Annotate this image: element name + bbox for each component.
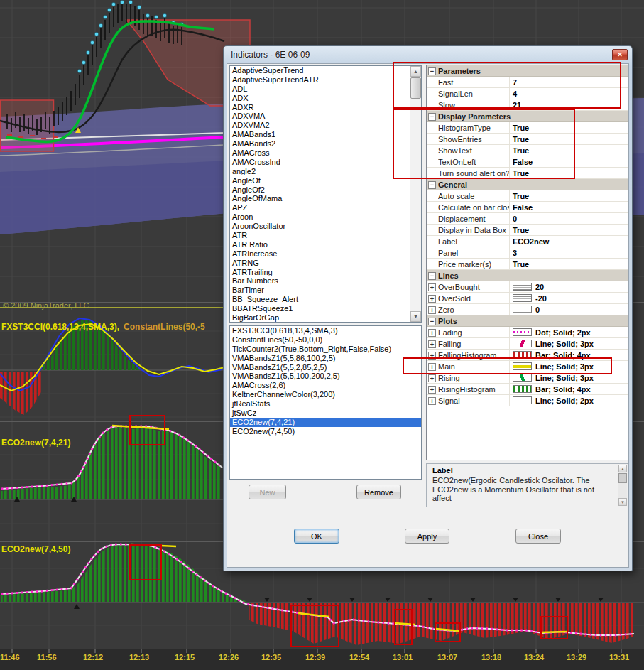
expand-toggle-icon[interactable]	[428, 340, 438, 347]
property-value[interactable]: Line; Solid; 3px	[510, 374, 628, 382]
property-value[interactable]: 0	[510, 306, 628, 314]
property-row[interactable]: Signal Line; Solid; 2px	[427, 395, 628, 406]
indicator-list-item[interactable]: BarTimer	[230, 286, 410, 295]
property-row[interactable]: Calculate on bar close False	[427, 202, 628, 213]
property-value[interactable]: 20	[510, 283, 628, 291]
indicator-list-item[interactable]: APZ	[230, 203, 410, 212]
property-row[interactable]: Panel 3	[427, 247, 628, 259]
property-value[interactable]: 7	[510, 78, 628, 87]
indicator-list-item[interactable]: ATRNG	[230, 259, 410, 268]
expand-toggle-icon[interactable]	[428, 374, 438, 382]
property-row[interactable]: Lines	[427, 270, 628, 281]
property-row[interactable]: Zero 0	[427, 304, 628, 315]
property-row[interactable]: Turn sound alert on? True	[427, 168, 628, 179]
expand-toggle-icon[interactable]	[428, 204, 438, 211]
property-row[interactable]: Display Parameters	[427, 111, 628, 122]
expand-toggle-icon[interactable]	[428, 261, 438, 268]
configured-indicator-item[interactable]: KeltnerChannelwColor(3,200)	[230, 390, 421, 399]
expand-toggle-icon[interactable]	[428, 238, 438, 245]
property-value[interactable]: True	[510, 124, 628, 132]
indicator-list-item[interactable]: ATRIncrease	[230, 249, 410, 259]
expand-toggle-icon[interactable]	[428, 283, 438, 291]
indicator-list-item[interactable]: AngleOf	[230, 176, 410, 185]
indicator-list-item[interactable]: ATRTrailing	[230, 268, 410, 277]
expand-toggle-icon[interactable]	[428, 193, 438, 200]
indicator-list-item[interactable]: AMACross	[230, 148, 410, 158]
expand-toggle-icon[interactable]	[428, 102, 438, 109]
property-row[interactable]: Displacement 0	[427, 213, 628, 225]
expand-toggle-icon[interactable]	[428, 90, 438, 97]
indicator-list-item[interactable]: AMACrossInd	[230, 158, 410, 167]
property-row[interactable]: FallingHistogram Bar; Solid; 4px	[427, 350, 628, 361]
scroll-up-icon[interactable]: ▲	[410, 66, 421, 77]
expand-toggle-icon[interactable]	[428, 227, 438, 234]
property-row[interactable]: General	[427, 179, 628, 190]
expand-toggle-icon[interactable]	[428, 170, 438, 177]
configured-indicator-item[interactable]: ECO2new(7,4,21)	[230, 418, 421, 427]
indicator-list-item[interactable]: BB_Squeeze_Alert	[230, 295, 410, 304]
property-value[interactable]: -20	[510, 294, 628, 303]
property-row[interactable]: OverBought 20	[427, 281, 628, 293]
expand-toggle-icon[interactable]	[428, 318, 438, 325]
property-row[interactable]: SignalLen 4	[427, 88, 628, 99]
configured-indicator-item[interactable]: AMACross(2,6)	[230, 381, 421, 390]
expand-toggle-icon[interactable]	[428, 295, 438, 302]
dialog-titlebar[interactable]: Indicators - 6E 06-09 ✕	[224, 46, 632, 63]
property-row[interactable]: RisingHistogram Bar; Solid; 4px	[427, 384, 628, 395]
property-value[interactable]: False	[510, 158, 628, 166]
indicator-list-item[interactable]: ATR	[230, 231, 410, 240]
property-row[interactable]: Display in Data Box True	[427, 225, 628, 236]
expand-toggle-icon[interactable]	[428, 306, 438, 313]
property-value[interactable]: 4	[510, 90, 628, 98]
indicator-list-item[interactable]: AngleOf2	[230, 185, 410, 195]
indicator-list-item[interactable]: ADXVMA	[230, 112, 410, 121]
scrollbar-thumb[interactable]	[410, 77, 421, 99]
configured-indicator-item[interactable]: VMABandsZ1(5,5,100,200,2,5)	[230, 372, 421, 381]
property-row[interactable]: TextOnLeft False	[427, 156, 628, 168]
property-row[interactable]: Parameters	[427, 65, 628, 77]
property-value[interactable]: Line; Solid; 3px	[510, 340, 628, 348]
property-value[interactable]: False	[510, 203, 628, 212]
property-row[interactable]: Slow 21	[427, 99, 628, 111]
configured-indicator-item[interactable]: ECO2new(7,4,50)	[230, 427, 421, 436]
property-value[interactable]: True	[510, 135, 628, 144]
expand-toggle-icon[interactable]	[428, 147, 438, 154]
configured-indicator-item[interactable]: TickCounter2(True,Bottom_Right,False,Fal…	[230, 345, 421, 354]
indicator-list-item[interactable]: ADX	[230, 94, 410, 103]
expand-toggle-icon[interactable]	[428, 113, 438, 120]
indicator-list-item[interactable]: AMABands1	[230, 130, 410, 139]
property-row[interactable]: Falling Line; Solid; 3px	[427, 338, 628, 350]
expand-toggle-icon[interactable]	[428, 363, 438, 370]
indicator-list-item[interactable]: AdaptiveSuperTrend	[230, 66, 410, 75]
property-row[interactable]: Fast 7	[427, 77, 628, 88]
property-value[interactable]: True	[510, 260, 628, 269]
scroll-down-icon[interactable]: ▼	[618, 498, 627, 506]
property-value[interactable]: ECO2new	[510, 237, 628, 246]
property-value[interactable]: 0	[510, 215, 628, 223]
indicator-list-item[interactable]: AdaptiveSuperTrendATR	[230, 75, 410, 85]
expand-toggle-icon[interactable]	[428, 79, 438, 86]
configured-indicator-item[interactable]: VMABandsZ1(5,5,2,85,2,5)	[230, 363, 421, 372]
expand-toggle-icon[interactable]	[428, 386, 438, 393]
property-value[interactable]: True	[510, 146, 628, 155]
property-row[interactable]: ShowEntries True	[427, 134, 628, 145]
property-row[interactable]: HistogramType True	[427, 122, 628, 134]
description-scrollbar[interactable]: ▲ ▼	[618, 465, 627, 506]
configured-indicator-item[interactable]: VMABandsZ1(5,5,86,100,2,5)	[230, 354, 421, 363]
indicator-list-item[interactable]: ADXR	[230, 103, 410, 112]
indicator-list-item[interactable]: AngleOfMama	[230, 194, 410, 203]
expand-toggle-icon[interactable]	[428, 181, 438, 188]
indicator-list-item[interactable]: BBATRSqueeze1	[230, 304, 410, 313]
property-value[interactable]: True	[510, 192, 628, 200]
expand-toggle-icon[interactable]	[428, 136, 438, 143]
configured-indicator-item[interactable]: FXST3CCI(0.618,13,4,SMA,3)	[230, 326, 421, 335]
apply-button[interactable]: Apply	[405, 529, 449, 544]
indicator-list-item[interactable]: ADL	[230, 85, 410, 94]
available-list-scrollbar[interactable]: ▲ ▼	[410, 66, 421, 322]
new-button[interactable]: New	[249, 485, 286, 499]
configured-indicator-item[interactable]: jtSwCz	[230, 409, 421, 418]
property-row[interactable]: OverSold -20	[427, 293, 628, 304]
configured-indicator-item[interactable]: jtRealStats	[230, 399, 421, 409]
indicator-list-item[interactable]: ADXVMA2	[230, 121, 410, 130]
expand-toggle-icon[interactable]	[428, 329, 438, 336]
